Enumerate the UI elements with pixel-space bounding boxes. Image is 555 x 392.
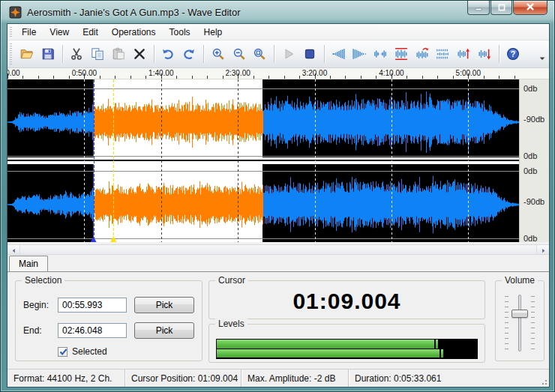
time-ruler[interactable]: 0:00.000:50.001:40.002:30.003:20.004:10.… xyxy=(8,68,549,79)
ruler-label: 0:50.00 xyxy=(72,69,97,77)
menu-help[interactable]: Help xyxy=(197,24,230,40)
ruler-tick xyxy=(115,76,116,79)
minimize-button[interactable] xyxy=(467,1,490,15)
slider-thumb[interactable] xyxy=(512,310,528,318)
paste-button[interactable] xyxy=(109,43,128,64)
level-bar-right xyxy=(217,349,477,358)
save-button[interactable] xyxy=(38,43,58,64)
stop-icon xyxy=(303,47,316,61)
reverse-icon xyxy=(416,47,429,61)
redo-button[interactable] xyxy=(179,43,199,64)
play-button[interactable] xyxy=(279,43,298,64)
ruler-tick xyxy=(38,76,39,79)
levels-legend: Levels xyxy=(215,319,248,329)
close-button[interactable] xyxy=(513,1,548,15)
open-icon xyxy=(20,47,34,61)
ruler-tick xyxy=(345,76,346,79)
reverse-button[interactable] xyxy=(412,43,432,64)
ruler-tick xyxy=(437,76,438,79)
toolbar-separator xyxy=(274,45,274,63)
maximize-button[interactable] xyxy=(490,1,512,15)
zoom-out-icon xyxy=(232,47,246,61)
open-button[interactable] xyxy=(17,43,37,64)
tab-main[interactable]: Main xyxy=(9,256,48,271)
normalize-button[interactable] xyxy=(392,43,411,64)
volume-slider[interactable] xyxy=(503,293,536,353)
insert-silence-button[interactable] xyxy=(370,43,390,64)
help-button[interactable]: ? xyxy=(504,43,524,64)
ruler-tick xyxy=(514,76,515,79)
window-title: Aerosmith - Janie's Got A Gun.mp3 - Wave… xyxy=(27,7,241,18)
horizontal-scrollbar[interactable] xyxy=(8,244,549,255)
waveform-canvas[interactable] xyxy=(8,79,519,242)
resize-grip[interactable] xyxy=(540,378,548,385)
toolbar-separator xyxy=(324,45,325,63)
menu-tools[interactable]: Tools xyxy=(163,24,197,40)
ruler-tick xyxy=(499,76,500,79)
menu-operations[interactable]: Operations xyxy=(105,24,163,40)
toolbar-separator xyxy=(203,45,204,63)
ruler-tick xyxy=(146,76,146,79)
stop-button[interactable] xyxy=(300,43,320,64)
undo-button[interactable] xyxy=(158,43,178,64)
slider-track[interactable] xyxy=(518,295,521,352)
status-format: Format: 44100 Hz, 2 Ch. xyxy=(8,370,125,387)
zoom-in-button[interactable] xyxy=(208,43,228,64)
play-icon xyxy=(282,47,296,61)
toolbar-separator xyxy=(154,45,154,63)
normalize-icon xyxy=(394,47,408,61)
menu-file[interactable]: File xyxy=(15,24,43,40)
zoom-selection-button[interactable] xyxy=(250,43,269,64)
scroll-right-button[interactable] xyxy=(537,245,549,254)
title-bar[interactable]: Aerosmith - Janie's Got A Gun.mp3 - Wave… xyxy=(1,1,554,23)
menu-edit[interactable]: Edit xyxy=(76,24,105,40)
chevron-down-button[interactable] xyxy=(536,52,548,65)
end-label: End: xyxy=(23,323,42,338)
pick-end-button[interactable]: Pick xyxy=(134,322,194,339)
ruler-tick xyxy=(299,76,300,79)
level-meter xyxy=(216,339,478,359)
silence-button[interactable] xyxy=(433,43,452,64)
pick-begin-button[interactable]: Pick xyxy=(134,297,194,313)
end-field[interactable] xyxy=(58,323,127,338)
cut-button[interactable] xyxy=(67,43,86,64)
selected-checkbox-row[interactable]: Selected xyxy=(58,346,107,357)
svg-text:?: ? xyxy=(511,49,516,58)
levels-groupbox: Levels xyxy=(208,324,485,363)
maximize-icon xyxy=(498,1,506,14)
ruler-tick xyxy=(376,76,376,79)
fade-in-icon xyxy=(332,47,345,61)
amplify-up-button[interactable] xyxy=(454,43,473,64)
silence-icon xyxy=(436,47,449,61)
ruler-label: 1:40.00 xyxy=(148,69,173,77)
amplify-up-icon xyxy=(457,47,470,61)
fade-in-button[interactable] xyxy=(329,43,349,64)
ruler-tick xyxy=(406,76,407,79)
amplify-down-button[interactable] xyxy=(475,43,494,64)
fade-out-icon xyxy=(352,47,366,61)
db-label: 0db xyxy=(524,84,537,93)
scroll-left-button[interactable] xyxy=(8,245,20,254)
copy-button[interactable] xyxy=(88,43,107,64)
menu-view[interactable]: View xyxy=(43,24,76,40)
selected-checkbox[interactable] xyxy=(58,347,68,357)
begin-field[interactable] xyxy=(58,298,127,313)
scrollbar-track[interactable] xyxy=(20,245,537,254)
zoom-selection-icon xyxy=(253,47,266,61)
ruler-label: 0:00.00 xyxy=(8,69,20,77)
close-icon xyxy=(526,1,535,14)
delete-button[interactable] xyxy=(130,43,149,64)
tab-main-label: Main xyxy=(19,259,38,269)
cursor-groupbox: Cursor 01:09.004 xyxy=(208,280,485,319)
fade-out-button[interactable] xyxy=(350,43,369,64)
zoom-out-button[interactable] xyxy=(230,43,249,64)
toolbar-separator xyxy=(499,45,500,63)
level-bar-left xyxy=(217,340,477,349)
cursor-legend: Cursor xyxy=(215,275,248,286)
status-duration: Duration: 0:05:33.061 xyxy=(349,370,549,387)
ruler-tick xyxy=(268,76,269,79)
redo-icon xyxy=(182,47,196,61)
ruler-tick xyxy=(284,76,285,79)
slider-ticks xyxy=(505,296,508,350)
minimize-icon xyxy=(475,1,482,14)
